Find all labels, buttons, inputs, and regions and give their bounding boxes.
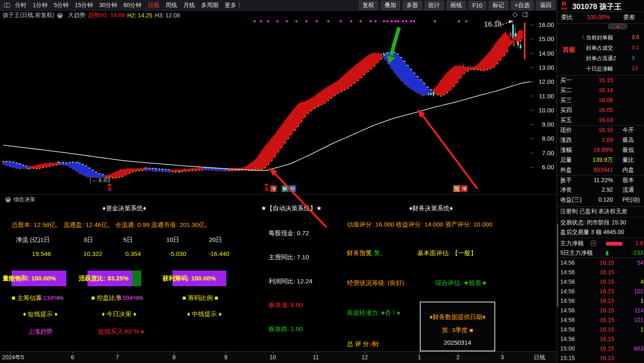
tick-volume: 1 (640, 297, 644, 304)
tick-time: 14:56 (560, 259, 575, 266)
menu-item-1分钟[interactable]: 1分钟 (33, 2, 48, 8)
tick-row: 14:5616.154 (557, 278, 644, 287)
menu-item-日线[interactable]: 日线 (148, 2, 159, 8)
weibi-value: 100.00% (587, 14, 610, 20)
total-score: 总 评 分:4分 (347, 340, 379, 348)
tick-price: 16.15 (593, 269, 614, 275)
stat-label: 涨跌 (560, 136, 572, 144)
toolbar-button-标记[interactable]: 标记 (489, 1, 508, 10)
diamond-marker-icon[interactable] (512, 12, 518, 17)
tick-row: 14:5616.151 (557, 325, 644, 335)
svg-text:6.00: 6.00 (542, 163, 554, 171)
estimate-value: 8.594% (117, 294, 138, 301)
stat-label: 换手 (560, 177, 572, 184)
menu-item-更多 〉[interactable]: 更多 〉 (225, 2, 244, 8)
menu-item-15分钟[interactable]: 15分钟 (75, 2, 93, 8)
stat-row: 涨幅19.99%最低 (557, 145, 644, 155)
axis-label-2: 2 (456, 354, 460, 361)
quote-stats: 现价16.15今开涨跌2.69最高涨幅19.99%最低总量139.9万量比外盘6… (557, 125, 644, 205)
stat-label2: PE(动) (622, 196, 640, 204)
seal-row: 十日总涨幅13 (557, 65, 644, 76)
auto-row: 主营同比: 7.10 (269, 253, 309, 261)
menu-item-5分钟[interactable]: 5分钟 (54, 2, 69, 8)
flow-value: -16.440 (202, 250, 235, 257)
svg-text:10.00: 10.00 (538, 107, 554, 114)
tick-list[interactable]: 14:5616.155414:5616.1514:5616.15414:5616… (557, 258, 644, 363)
seal-value: 0.1 (632, 44, 639, 51)
seal-label: 封单占流通Z (586, 55, 616, 62)
axis-period-label[interactable]: 日线 (534, 354, 545, 361)
stat-value: 2.69 (580, 136, 613, 143)
tick-time: 15:00 (560, 345, 575, 352)
scrollbar[interactable] (557, 224, 558, 307)
bid-row[interactable]: 买五16.03 (557, 115, 644, 125)
hint-title-today: ♦ 今日决策 ♦ (92, 310, 146, 318)
document-icon[interactable] (591, 241, 596, 246)
bid-row[interactable]: 买一16.15 (557, 76, 644, 85)
menu-item-周线[interactable]: 周线 (165, 2, 177, 8)
axis-tick (273, 352, 273, 353)
auto-row: 板块跌: 1.00 (269, 325, 303, 333)
toolbar-button-+自选[interactable]: +自选 (511, 1, 533, 10)
svg-text:9.00: 9.00 (542, 121, 554, 128)
decision-header: 综合决策 (14, 196, 35, 203)
indicator-h2: H2: 14.25 (127, 12, 153, 19)
menu-item-月线[interactable]: 月线 (183, 2, 195, 8)
stat-label: 现价 (560, 127, 572, 134)
gauge-label: 活跃度比: 83.25% (79, 275, 128, 283)
menu-item-30分钟[interactable]: 30分钟 (99, 2, 117, 8)
flow-value: 10.322 (76, 250, 109, 257)
tick-time: 14:56 (560, 336, 575, 342)
menu-item-60分钟[interactable]: 60分钟 (123, 2, 142, 8)
menu-item-多周期[interactable]: 多周期 (201, 2, 218, 8)
axis-label-10: 10 (269, 354, 276, 361)
tick-volume: 1 (640, 326, 644, 333)
stat-label2: 流通 (622, 186, 634, 194)
seal-value: 3 (632, 55, 634, 61)
axis-label-3: 3 (501, 354, 504, 361)
bid-row[interactable]: 买二16.14 (557, 85, 644, 95)
window-layout-icon[interactable] (4, 3, 10, 7)
stat-label2: 最高 (622, 136, 634, 144)
menu-item-分时[interactable]: 分时 (15, 2, 27, 8)
svg-text:←4.83: ←4.83 (92, 176, 110, 183)
toolbar-button-多股[interactable]: 多股 (403, 1, 422, 10)
axis-tick (365, 352, 365, 353)
stock-code-name[interactable]: 301078 孩子王 (572, 2, 622, 12)
stat-label2: 最低 (622, 146, 634, 154)
flow-header: 10日 (160, 236, 185, 244)
tick-row: 15:1516.15 (557, 354, 644, 363)
tick-volume: 4 (640, 278, 644, 285)
chevron-down-icon[interactable] (5, 197, 11, 203)
bid-price: 16.14 (580, 87, 613, 93)
candlestick-chart[interactable]: 16.0015.0014.0013.0012.0011.0010.009.008… (0, 20, 557, 194)
finance-section-title: ♦财务决策系统♦ (398, 205, 464, 212)
toolbar-button-画线[interactable]: 画线 (447, 1, 466, 10)
bid-row[interactable]: 买四16.05 (557, 105, 644, 115)
stat-label2: 今开 (622, 127, 634, 134)
stat-row: 外盘603941内盘 (557, 165, 644, 175)
hint-value-today: 短线买入 60 % ♦ (88, 328, 154, 336)
toolbar-button-返回[interactable]: 返回 (536, 1, 555, 10)
bid-row[interactable]: 买三16.08 (557, 95, 644, 105)
main-net-row[interactable]: 主力净额 1.6 (557, 239, 644, 248)
toolbar-button-叠加[interactable]: 叠加 (381, 1, 400, 10)
stock-title-row: R1000 301078 孩子王 (557, 0, 644, 12)
svg-text:12.00: 12.00 (538, 78, 554, 85)
collapse-pill-button[interactable] (608, 24, 627, 29)
stock-info-panel: R1000 301078 孩子王 委比 100.00% 委差 首板 !当前封单额… (557, 0, 644, 363)
auto-row: 板块涨: 6.00 (269, 301, 303, 309)
tick-volume: 54 (637, 259, 644, 266)
tick-time: 15:15 (560, 355, 575, 361)
auto-row: 利润同比: 12.24 (269, 278, 312, 285)
panel-toggle-icon[interactable] (523, 12, 528, 17)
five-day-label: 5日主力净额 (560, 249, 593, 257)
chevron-down-icon[interactable] (57, 12, 63, 19)
chip-estimate: ■ 控盘比率8.594%% (91, 294, 143, 302)
toolbar-button-统计[interactable]: 统计 (425, 1, 444, 10)
period-menu: 分时1分钟5分钟15分钟30分钟60分钟日线周线月线多周期更多 〉 (15, 2, 250, 9)
toolbar-button-F10[interactable]: F10 (469, 1, 486, 10)
svg-text:预: 预 (454, 186, 459, 192)
indicator-name[interactable]: 大趋势 (68, 12, 85, 19)
toolbar-button-复权[interactable]: 复权 (359, 1, 378, 10)
